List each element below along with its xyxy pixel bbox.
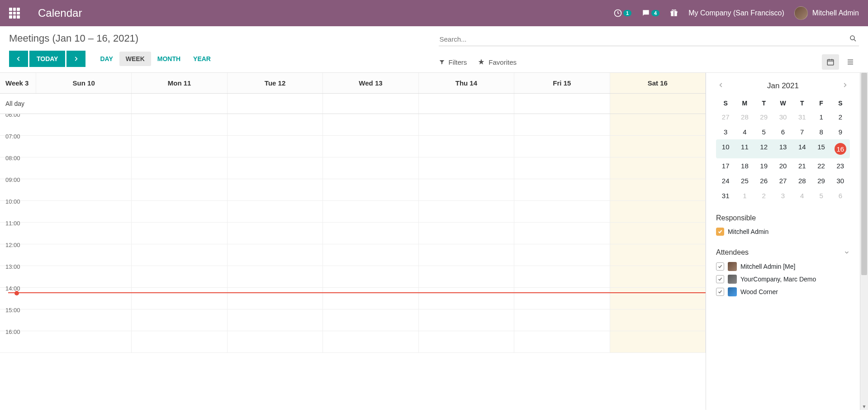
mini-day[interactable]: 19 [754, 158, 773, 173]
time-slot[interactable] [610, 266, 706, 287]
time-slot[interactable] [419, 157, 514, 179]
day-header[interactable]: Thu 14 [419, 73, 514, 93]
time-slot[interactable] [610, 157, 706, 179]
time-slot[interactable] [610, 244, 706, 266]
view-day[interactable]: DAY [94, 52, 119, 66]
day-header[interactable]: Sun 10 [36, 73, 132, 93]
time-slot[interactable] [228, 266, 323, 287]
time-slot[interactable] [610, 114, 706, 135]
time-slot[interactable] [419, 114, 514, 135]
allday-cell[interactable] [36, 94, 132, 114]
mini-day[interactable]: 1 [811, 109, 830, 124]
time-slot[interactable] [419, 331, 514, 352]
allday-cell[interactable] [610, 94, 706, 114]
time-slot[interactable] [323, 114, 418, 135]
attendee-item[interactable]: YourCompany, Marc Demo [716, 273, 850, 286]
filters-button[interactable]: Filters [439, 58, 467, 66]
mini-day[interactable]: 2 [831, 109, 850, 124]
time-slot[interactable] [228, 331, 323, 352]
day-header[interactable]: Wed 13 [323, 73, 418, 93]
time-slot[interactable] [514, 201, 610, 222]
time-slot[interactable] [514, 179, 610, 200]
time-slot[interactable] [132, 157, 227, 179]
time-slot[interactable] [36, 309, 132, 331]
mini-day[interactable]: 8 [811, 124, 830, 139]
attendee-item[interactable]: Wood Corner [716, 286, 850, 298]
chat-icon[interactable]: 4 [641, 9, 659, 18]
view-month[interactable]: MONTH [151, 52, 187, 66]
time-slot[interactable] [514, 114, 610, 135]
allday-cell[interactable] [228, 94, 323, 114]
mini-day[interactable]: 11 [735, 139, 754, 158]
time-slot[interactable] [323, 136, 418, 157]
mini-day[interactable]: 6 [831, 188, 850, 203]
time-slot[interactable] [228, 288, 323, 309]
time-slot[interactable] [419, 136, 514, 157]
mini-day[interactable]: 28 [735, 109, 754, 124]
mini-next-icon[interactable] [840, 79, 850, 92]
time-slot[interactable] [36, 179, 132, 200]
day-header[interactable]: Mon 11 [132, 73, 227, 93]
mini-day[interactable]: 26 [754, 173, 773, 188]
time-slot[interactable] [610, 201, 706, 222]
mini-day[interactable]: 31 [716, 188, 735, 203]
time-slot[interactable] [36, 331, 132, 352]
time-slot[interactable] [323, 266, 418, 287]
mini-day[interactable]: 20 [773, 158, 792, 173]
time-slot[interactable] [610, 223, 706, 244]
time-slot[interactable] [132, 266, 227, 287]
mini-day[interactable]: 21 [792, 158, 811, 173]
time-slot[interactable] [228, 223, 323, 244]
time-slot[interactable] [514, 244, 610, 266]
time-slot[interactable] [36, 244, 132, 266]
mini-day[interactable]: 4 [735, 124, 754, 139]
time-slot[interactable] [323, 288, 418, 309]
time-slot[interactable] [610, 179, 706, 200]
mini-day[interactable]: 6 [773, 124, 792, 139]
time-slot[interactable] [228, 244, 323, 266]
mini-day[interactable]: 17 [716, 158, 735, 173]
list-view-icon[interactable] [842, 54, 859, 70]
time-slot[interactable] [132, 244, 227, 266]
time-slot[interactable] [228, 309, 323, 331]
time-slot[interactable] [132, 223, 227, 244]
mini-day[interactable]: 29 [754, 109, 773, 124]
checkbox-icon[interactable] [716, 228, 724, 236]
responsible-item[interactable]: Mitchell Admin [716, 226, 850, 238]
time-slot[interactable] [610, 288, 706, 309]
mini-day[interactable]: 5 [754, 124, 773, 139]
mini-day[interactable]: 25 [735, 173, 754, 188]
day-header[interactable]: Sat 16 [610, 73, 706, 93]
prev-button[interactable] [9, 51, 28, 67]
mini-day[interactable]: 10 [716, 139, 735, 158]
time-slot[interactable] [514, 136, 610, 157]
time-slot[interactable] [610, 309, 706, 331]
gift-icon[interactable] [669, 9, 678, 18]
mini-day[interactable]: 28 [792, 173, 811, 188]
time-slot[interactable] [514, 331, 610, 352]
today-button[interactable]: TODAY [29, 51, 65, 67]
time-slot[interactable] [132, 331, 227, 352]
time-slot[interactable] [419, 201, 514, 222]
day-header[interactable]: Tue 12 [228, 73, 323, 93]
time-slot[interactable] [36, 266, 132, 287]
time-slot[interactable] [323, 244, 418, 266]
checkbox-icon[interactable] [716, 288, 724, 296]
time-slot[interactable] [323, 331, 418, 352]
time-slot[interactable] [323, 157, 418, 179]
scroll-thumb[interactable] [861, 73, 867, 275]
time-slot[interactable] [132, 114, 227, 135]
mini-prev-icon[interactable] [716, 79, 726, 92]
scrollbar[interactable]: ▲ ▼ [860, 73, 868, 410]
time-slot[interactable] [228, 114, 323, 135]
time-slot[interactable] [419, 223, 514, 244]
mini-day[interactable]: 12 [754, 139, 773, 158]
day-header[interactable]: Fri 15 [514, 73, 610, 93]
search-input[interactable] [439, 33, 859, 46]
view-week[interactable]: WEEK [119, 52, 151, 66]
time-slot[interactable] [610, 331, 706, 352]
allday-cell[interactable] [132, 94, 227, 114]
mini-day[interactable]: 14 [792, 139, 811, 158]
time-slot[interactable] [323, 309, 418, 331]
time-slot[interactable] [228, 157, 323, 179]
